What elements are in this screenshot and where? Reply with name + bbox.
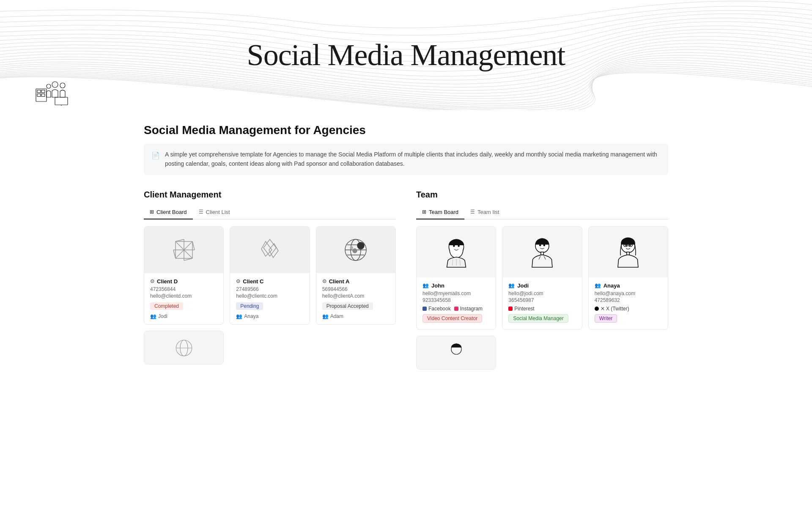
client-card-partial-1[interactable]	[144, 331, 224, 364]
client-a-title: ⊙ Client A	[322, 278, 390, 285]
client-partial-1-image	[144, 331, 223, 364]
client-d-phone: 472356844	[150, 286, 217, 292]
john-name: John	[431, 282, 444, 289]
description-text: A simple yet comprehensive template for …	[165, 150, 661, 169]
svg-point-5	[52, 82, 58, 88]
tab-client-list-label: Client List	[206, 209, 230, 215]
team-card-john[interactable]: 👥 John hello@myemails.com 9233345658 Fac…	[416, 226, 496, 330]
anaya-name: Anaya	[604, 282, 620, 289]
team-partial-grid	[416, 336, 668, 370]
anaya-body: 👥 Anaya hello@anaya.com 472589632 ✕ X (T…	[589, 277, 668, 329]
main-grid: Client Management ⊞ Client Board ☰ Clien…	[144, 190, 668, 370]
client-a-email: hello@clientA.com	[322, 293, 390, 299]
client-a-assigned: 👥 Adam	[322, 313, 390, 319]
client-c-assignee: Anaya	[244, 313, 258, 319]
client-tabs: ⊞ Client Board ☰ Client List	[144, 206, 396, 219]
client-partial-grid	[144, 331, 396, 364]
client-card-d[interactable]: ⊙ Client D 472356844 hello@clientd.com C…	[144, 226, 224, 325]
svg-point-31	[357, 242, 364, 249]
team-tabs: ⊞ Team Board ☰ Team list	[416, 206, 668, 219]
client-board-grid-icon: ⊞	[150, 209, 154, 215]
description-box: 📄 A simple yet comprehensive template fo…	[144, 144, 668, 175]
anaya-twitter-label: ✕ X (Twitter)	[601, 306, 629, 312]
john-title: 👥 John	[422, 282, 490, 289]
tab-client-list[interactable]: ☰ Client List	[193, 206, 236, 219]
client-c-email: hello@clientc.com	[236, 293, 303, 299]
page-heading: Social Media Management for Agencies	[144, 123, 668, 137]
client-section-title: Client Management	[144, 190, 396, 200]
client-d-title: ⊙ Client D	[150, 278, 217, 285]
client-partial-row	[144, 331, 396, 364]
client-a-name: Client A	[329, 278, 350, 285]
team-partial-spacer-2	[502, 336, 582, 370]
client-list-icon: ☰	[199, 209, 203, 215]
hero-title: Social Media Management	[247, 38, 565, 73]
pinterest-dot	[508, 307, 513, 311]
john-role: Video Content Creator	[422, 314, 482, 323]
tab-client-board-label: Client Board	[156, 209, 187, 215]
twitter-dot	[595, 307, 599, 311]
tab-team-board[interactable]: ⊞ Team Board	[416, 206, 464, 219]
team-partial-1-image	[417, 336, 496, 370]
john-people-icon: 👥	[422, 282, 429, 288]
svg-rect-2	[41, 90, 45, 93]
svg-rect-1	[37, 90, 41, 93]
anaya-people-icon: 👥	[595, 282, 601, 288]
client-partial-spacer-2	[230, 331, 310, 364]
john-instagram-tag: Instagram	[454, 306, 483, 312]
svg-point-38	[453, 245, 454, 247]
anaya-phone: 472589632	[595, 297, 662, 303]
svg-point-39	[458, 245, 459, 247]
svg-point-6	[60, 83, 65, 88]
team-partial-spacer-3	[588, 336, 668, 370]
client-a-phone: 569844566	[322, 286, 390, 292]
svg-point-44	[540, 244, 541, 246]
instagram-dot	[454, 307, 458, 311]
anaya-role: Writer	[595, 314, 617, 323]
client-d-email: hello@clientd.com	[150, 293, 217, 299]
jodi-phone: 365456987	[508, 297, 576, 303]
jodi-pinterest-tag: Pinterest	[508, 306, 534, 312]
client-d-icon: ⊙	[150, 278, 154, 284]
jodi-body: 👥 Jodi hello@jodi.com 365456987 Pinteres…	[502, 277, 582, 329]
client-a-assignee: Adam	[330, 313, 343, 319]
client-partial-spacer-3	[316, 331, 396, 364]
client-d-people-icon: 👥	[150, 313, 156, 319]
hero-section: Social Media Management	[0, 0, 812, 110]
john-email: hello@myemails.com	[422, 290, 490, 296]
jodi-people-icon: 👥	[508, 282, 515, 288]
team-list-icon: ☰	[470, 209, 475, 215]
jodi-role: Social Media Manager	[508, 314, 568, 323]
jodi-pinterest-label: Pinterest	[514, 306, 534, 312]
anaya-platforms: ✕ X (Twitter)	[595, 306, 662, 312]
client-card-a[interactable]: ⊙ Client A 569844566 hello@clientA.com P…	[316, 226, 396, 325]
svg-rect-8	[55, 97, 68, 105]
doc-icon: 📄	[151, 150, 160, 161]
client-c-people-icon: 👥	[236, 313, 242, 319]
john-body: 👥 John hello@myemails.com 9233345658 Fac…	[417, 277, 496, 329]
client-cards-grid: ⊙ Client D 472356844 hello@clientd.com C…	[144, 226, 396, 325]
team-card-anaya[interactable]: 👥 Anaya hello@anaya.com 472589632 ✕ X (T…	[588, 226, 668, 330]
client-c-icon: ⊙	[236, 278, 240, 284]
client-card-c[interactable]: ⊙ Client C 27489566 hello@clientc.com Pe…	[230, 226, 310, 325]
svg-point-55	[625, 245, 626, 246]
jodi-image	[502, 227, 582, 277]
team-section-title: Team	[416, 190, 668, 200]
john-image	[417, 227, 496, 277]
team-board-grid-icon: ⊞	[422, 209, 426, 215]
anaya-image	[589, 227, 668, 277]
tab-client-board[interactable]: ⊞ Client Board	[144, 206, 193, 219]
team-card-partial-1[interactable]	[416, 336, 496, 370]
jodi-platforms: Pinterest	[508, 306, 576, 312]
client-c-assigned: 👥 Anaya	[236, 313, 303, 319]
john-phone: 9233345658	[422, 297, 490, 303]
client-a-people-icon: 👥	[322, 313, 329, 319]
team-cards-grid: 👥 John hello@myemails.com 9233345658 Fac…	[416, 226, 668, 330]
hero-illustration	[34, 76, 72, 106]
jodi-email: hello@jodi.com	[508, 290, 576, 296]
team-card-jodi[interactable]: 👥 Jodi hello@jodi.com 365456987 Pinteres…	[502, 226, 582, 330]
team-section: Team ⊞ Team Board ☰ Team list	[416, 190, 668, 370]
tab-team-list[interactable]: ☰ Team list	[464, 206, 505, 219]
svg-point-7	[47, 84, 51, 88]
client-d-status: Completed	[150, 302, 183, 310]
